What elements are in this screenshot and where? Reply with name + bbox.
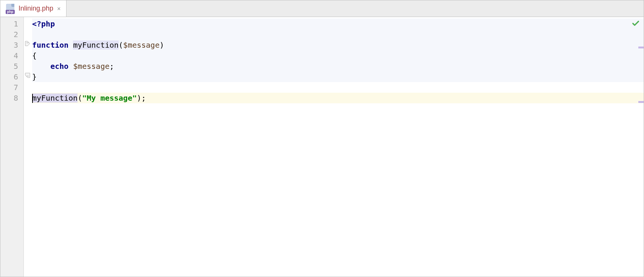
line-number: 2 — [0, 29, 23, 40]
line-number: 3 — [0, 40, 23, 50]
code-line: <?php — [32, 19, 644, 29]
editor-body: 1 2 3 4 5 6 7 8 <?php function myFunctio… — [0, 17, 644, 277]
line-number: 8 — [0, 93, 23, 103]
marker-stripe[interactable] — [638, 101, 644, 103]
code-line: } — [32, 72, 644, 82]
fold-end-icon[interactable] — [25, 72, 31, 78]
code-area[interactable]: <?php function myFunction($message) { ec… — [32, 17, 644, 277]
tab-bar: php Inlining.php × — [0, 0, 644, 17]
line-number: 1 — [0, 19, 23, 29]
fold-gutter — [24, 17, 32, 277]
editor-window: php Inlining.php × 1 2 3 4 5 6 7 8 <?php — [0, 0, 644, 277]
line-number: 4 — [0, 50, 23, 61]
file-tab[interactable]: php Inlining.php × — [0, 0, 67, 17]
line-number: 6 — [0, 72, 23, 82]
fold-start-icon[interactable] — [25, 40, 31, 47]
code-line — [32, 82, 644, 93]
php-file-icon: php — [5, 3, 15, 14]
code-line: { — [32, 50, 644, 61]
line-number: 5 — [0, 61, 23, 72]
inspection-ok-icon[interactable] — [632, 19, 640, 30]
line-number: 7 — [0, 82, 23, 93]
marker-stripe[interactable] — [638, 47, 644, 48]
code-line: function myFunction($message) — [32, 40, 644, 50]
code-line: echo $message; — [32, 61, 644, 72]
close-icon[interactable]: × — [56, 5, 62, 12]
text-caret — [32, 94, 33, 103]
code-line: myFunction("My message"); — [32, 93, 644, 103]
line-number-gutter[interactable]: 1 2 3 4 5 6 7 8 — [0, 17, 24, 277]
tab-filename: Inlining.php — [19, 5, 53, 12]
code-line — [32, 29, 644, 40]
